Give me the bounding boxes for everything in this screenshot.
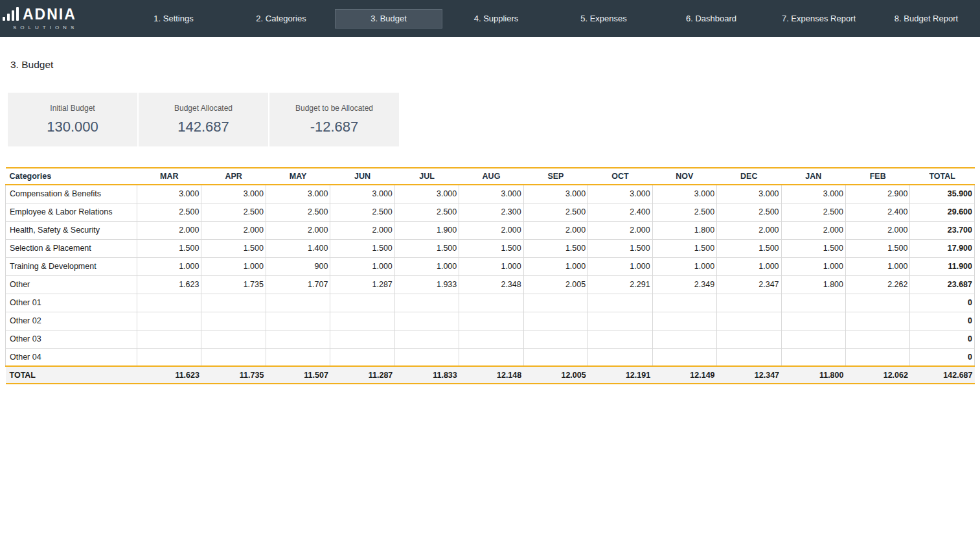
value-cell[interactable]: 2.349 xyxy=(652,275,716,294)
value-cell[interactable] xyxy=(781,348,845,366)
value-cell[interactable]: 2.005 xyxy=(523,275,587,294)
column-header-total[interactable]: TOTAL xyxy=(910,168,975,185)
value-cell[interactable] xyxy=(652,294,716,312)
value-cell[interactable] xyxy=(781,330,845,348)
value-cell[interactable]: 2.500 xyxy=(201,203,266,221)
value-cell[interactable] xyxy=(394,312,459,330)
row-total-cell[interactable]: 0 xyxy=(910,312,975,330)
column-header-aug[interactable]: AUG xyxy=(459,168,523,185)
value-cell[interactable] xyxy=(266,312,330,330)
value-cell[interactable] xyxy=(781,312,845,330)
category-cell[interactable]: Selection & Placement xyxy=(6,239,137,257)
tab-8-budget-report[interactable]: 8. Budget Report xyxy=(872,9,980,29)
value-cell[interactable] xyxy=(137,312,201,330)
value-cell[interactable]: 1.623 xyxy=(137,275,201,294)
value-cell[interactable]: 1.000 xyxy=(330,257,394,275)
value-cell[interactable] xyxy=(394,348,459,366)
value-cell[interactable]: 1.500 xyxy=(588,239,652,257)
column-header-jan[interactable]: JAN xyxy=(781,168,845,185)
column-header-dec[interactable]: DEC xyxy=(717,168,781,185)
value-cell[interactable]: 2.000 xyxy=(845,221,909,239)
column-header-apr[interactable]: APR xyxy=(201,168,266,185)
category-cell[interactable]: Other 02 xyxy=(6,312,137,330)
column-header-oct[interactable]: OCT xyxy=(588,168,652,185)
value-cell[interactable]: 2.262 xyxy=(845,275,909,294)
value-cell[interactable]: 3.000 xyxy=(588,185,652,203)
value-cell[interactable]: 900 xyxy=(266,257,330,275)
value-cell[interactable]: 2.500 xyxy=(137,203,201,221)
value-cell[interactable] xyxy=(137,348,201,366)
row-total-cell[interactable]: 23.687 xyxy=(910,275,975,294)
value-cell[interactable] xyxy=(266,330,330,348)
value-cell[interactable]: 2.348 xyxy=(459,275,523,294)
row-total-cell[interactable]: 35.900 xyxy=(910,185,975,203)
total-value-cell[interactable]: 11.735 xyxy=(201,366,266,384)
value-cell[interactable]: 1.000 xyxy=(523,257,587,275)
value-cell[interactable] xyxy=(201,294,266,312)
tab-4-suppliers[interactable]: 4. Suppliers xyxy=(442,9,550,29)
row-total-cell[interactable]: 0 xyxy=(910,294,975,312)
category-cell[interactable]: Other 03 xyxy=(6,330,137,348)
value-cell[interactable]: 1.707 xyxy=(266,275,330,294)
column-header-nov[interactable]: NOV xyxy=(652,168,716,185)
total-value-cell[interactable]: 11.833 xyxy=(394,366,459,384)
row-total-cell[interactable]: 17.900 xyxy=(910,239,975,257)
total-value-cell[interactable]: 11.507 xyxy=(266,366,330,384)
value-cell[interactable]: 2.900 xyxy=(845,185,909,203)
value-cell[interactable]: 1.500 xyxy=(330,239,394,257)
total-value-cell[interactable]: 12.148 xyxy=(459,366,523,384)
category-cell[interactable]: Other 01 xyxy=(6,294,137,312)
value-cell[interactable]: 3.000 xyxy=(137,185,201,203)
value-cell[interactable] xyxy=(459,348,523,366)
value-cell[interactable] xyxy=(459,330,523,348)
column-header-jun[interactable]: JUN xyxy=(330,168,394,185)
column-header-categories[interactable]: Categories xyxy=(6,168,137,185)
value-cell[interactable] xyxy=(845,348,909,366)
row-total-cell[interactable]: 0 xyxy=(910,348,975,366)
value-cell[interactable]: 1.000 xyxy=(845,257,909,275)
category-cell[interactable]: Training & Development xyxy=(6,257,137,275)
value-cell[interactable]: 1.000 xyxy=(652,257,716,275)
category-cell[interactable]: Other xyxy=(6,275,137,294)
value-cell[interactable]: 2.500 xyxy=(717,203,781,221)
row-total-cell[interactable]: 11.900 xyxy=(910,257,975,275)
category-cell[interactable]: Health, Safety & Security xyxy=(6,221,137,239)
value-cell[interactable]: 3.000 xyxy=(781,185,845,203)
value-cell[interactable]: 1.287 xyxy=(330,275,394,294)
value-cell[interactable]: 1.400 xyxy=(266,239,330,257)
grand-total-cell[interactable]: 142.687 xyxy=(910,366,975,384)
value-cell[interactable]: 1.500 xyxy=(137,239,201,257)
value-cell[interactable] xyxy=(523,294,587,312)
value-cell[interactable]: 2.000 xyxy=(459,221,523,239)
value-cell[interactable] xyxy=(330,312,394,330)
value-cell[interactable] xyxy=(459,312,523,330)
value-cell[interactable] xyxy=(137,294,201,312)
value-cell[interactable]: 1.000 xyxy=(201,257,266,275)
value-cell[interactable] xyxy=(652,348,716,366)
value-cell[interactable]: 2.500 xyxy=(523,203,587,221)
total-value-cell[interactable]: 12.005 xyxy=(523,366,587,384)
value-cell[interactable] xyxy=(588,312,652,330)
value-cell[interactable] xyxy=(652,330,716,348)
total-value-cell[interactable]: 11.800 xyxy=(781,366,845,384)
total-row-label[interactable]: TOTAL xyxy=(6,366,137,384)
total-value-cell[interactable]: 12.062 xyxy=(845,366,909,384)
value-cell[interactable]: 1.900 xyxy=(394,221,459,239)
value-cell[interactable]: 3.000 xyxy=(652,185,716,203)
value-cell[interactable]: 3.000 xyxy=(330,185,394,203)
value-cell[interactable]: 1.500 xyxy=(201,239,266,257)
column-header-mar[interactable]: MAR xyxy=(137,168,201,185)
value-cell[interactable]: 3.000 xyxy=(266,185,330,203)
value-cell[interactable]: 1.000 xyxy=(781,257,845,275)
value-cell[interactable]: 1.800 xyxy=(652,221,716,239)
value-cell[interactable] xyxy=(201,312,266,330)
value-cell[interactable]: 3.000 xyxy=(201,185,266,203)
value-cell[interactable] xyxy=(588,330,652,348)
value-cell[interactable] xyxy=(845,294,909,312)
value-cell[interactable] xyxy=(717,330,781,348)
tab-7-expenses-report[interactable]: 7. Expenses Report xyxy=(765,9,872,29)
row-total-cell[interactable]: 23.700 xyxy=(910,221,975,239)
value-cell[interactable]: 3.000 xyxy=(523,185,587,203)
value-cell[interactable] xyxy=(523,348,587,366)
value-cell[interactable]: 1.000 xyxy=(717,257,781,275)
